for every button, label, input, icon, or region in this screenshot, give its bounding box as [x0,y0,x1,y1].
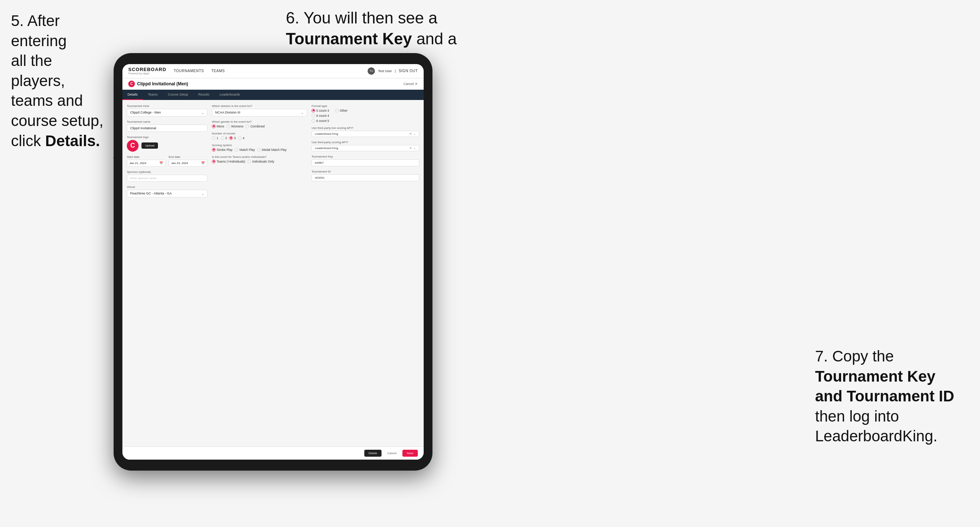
format-columns: 5 count 4 6 count 4 6 count 5 [312,109,419,123]
tab-teams[interactable]: Teams [143,90,163,100]
nav-left: SCOREBOARD Powered by clippd TOURNAMENTS… [128,67,225,75]
annotation-right-text: 7. Copy theTournament Keyand Tournament … [815,348,955,444]
format-5count4[interactable]: 5 count 4 [312,109,329,113]
user-name: Test User [378,69,392,73]
third-party-1-input[interactable]: Leaderboard King ✕ ⌄ [312,131,419,137]
format-6count4-radio[interactable] [312,114,315,117]
division-input[interactable]: NCAA Division III [212,109,307,116]
clear-icon-1[interactable]: ✕ [409,132,412,135]
rounds-3[interactable]: 3 [229,136,235,140]
format-5count4-radio[interactable] [312,109,315,113]
sponsor-input[interactable]: Enter sponsor name [127,175,207,182]
clear-icon-2[interactable]: ✕ [409,146,412,150]
end-date-input[interactable]: Jan 23, 2024 📅 [169,160,207,167]
format-col-left: 5 count 4 6 count 4 6 count 5 [312,109,329,123]
tablet-screen: SCOREBOARD Powered by clippd TOURNAMENTS… [123,64,424,460]
tab-leaderboards[interactable]: Leaderboards [215,90,245,100]
rounds-1-radio[interactable] [212,136,215,140]
rounds-group: Number of rounds 1 2 3 [212,132,307,140]
nav-tournaments[interactable]: TOURNAMENTS [174,69,204,73]
rounds-3-radio[interactable] [229,136,233,140]
gender-group: Which gender is the event for? Mens Wome… [212,120,307,128]
teams-plus-individuals[interactable]: Teams (+Individuals) [212,160,245,163]
scoring-medal-radio[interactable] [257,148,261,152]
teams-radio[interactable] [212,160,215,163]
third-party-2-controls: ✕ ⌄ [409,146,416,150]
top-nav: SCOREBOARD Powered by clippd TOURNAMENTS… [123,64,424,78]
brand-sub: Powered by clippd [128,72,166,75]
tabs-bar: Details Teams Course Setup Results Leade… [123,90,424,100]
tournament-host-label: Tournament Host [127,105,207,108]
teams-group: Is this event for Teams and/or Individua… [212,155,307,163]
tab-details[interactable]: Details [123,90,143,100]
start-date-label: Start date [127,155,165,159]
annotation-left: 5. After enteringall the players,teams a… [11,11,110,151]
end-date-group: End date Jan 23, 2024 📅 [169,155,207,167]
tournament-id-group: Tournament ID 302051 [312,170,419,181]
brand-name: SCOREBOARD [128,67,166,72]
start-date-input[interactable]: Jan 21, 2024 📅 [127,160,165,167]
scoring-radio-group: Stroke Play Match Play Medal Match Play [212,148,307,152]
gender-mens-radio[interactable] [212,124,215,128]
division-label: Which division is the event for? [212,105,307,108]
gender-combined[interactable]: Combined [245,124,265,128]
tournament-logo-group: Tournament logo C Upload [127,135,207,152]
rounds-4-radio[interactable] [238,136,242,140]
tablet-frame: SCOREBOARD Powered by clippd TOURNAMENTS… [114,53,433,471]
format-6count4[interactable]: 6 count 4 [312,114,329,117]
tournament-key-label: Tournament Key [312,155,419,158]
format-other-radio[interactable] [335,109,339,113]
nav-teams[interactable]: TEAMS [211,69,225,73]
upload-button[interactable]: Upload [142,143,158,149]
third-party-2-group: Use third-party scoring API? Leaderboard… [312,141,419,151]
tournament-host-group: Tournament Host Clippd College - Men [127,105,207,116]
chevron-icon-1[interactable]: ⌄ [414,132,416,135]
user-avatar: TU [368,67,375,75]
delete-button[interactable]: Delete [364,450,382,457]
cancel-bottom-button[interactable]: Cancel [385,450,399,457]
calendar-icon-end: 📅 [201,162,205,165]
calendar-icon: 📅 [159,162,163,165]
format-type-group: Format type 5 count 4 6 count 4 [312,105,419,123]
format-col-right: Other [335,109,347,123]
gender-combined-radio[interactable] [245,124,249,128]
scoring-stroke[interactable]: Stroke Play [212,148,232,152]
rounds-2-radio[interactable] [221,136,224,140]
scoring-medal-match[interactable]: Medal Match Play [257,148,287,152]
tournament-name-label: Tournament name [127,120,207,124]
individuals-only[interactable]: Individuals Only [247,160,274,163]
gender-womens-radio[interactable] [226,124,230,128]
third-party-2-input[interactable]: Leaderboard King ✕ ⌄ [312,145,419,151]
rounds-4[interactable]: 4 [238,136,245,140]
format-6count5[interactable]: 6 count 5 [312,119,329,123]
page-title-row: C Clippd Invitational (Men) [128,81,188,87]
bottom-bar: Delete Cancel Save [123,446,424,460]
venue-label: Venue [127,185,207,189]
scoring-label: Scoring system [212,144,307,147]
venue-input[interactable]: Peachtree GC - Atlanta - GA [127,190,207,197]
scoring-match[interactable]: Match Play [235,148,255,152]
start-date-group: Start date Jan 21, 2024 📅 [127,155,165,167]
tournament-name-input[interactable]: Clippd Invitational [127,124,207,132]
sponsor-label: Sponsor (optional) [127,170,207,174]
rounds-1[interactable]: 1 [212,136,218,140]
gender-womens[interactable]: Womens [226,124,243,128]
annotation-right: 7. Copy theTournament Keyand Tournament … [815,346,969,446]
individuals-radio[interactable] [247,160,251,163]
format-6count5-radio[interactable] [312,119,315,123]
main-content: Tournament Host Clippd College - Men Tou… [123,100,424,446]
format-other[interactable]: Other [335,109,347,113]
signout-link[interactable]: Sign out [399,69,418,73]
gender-mens[interactable]: Mens [212,124,224,128]
brand: SCOREBOARD Powered by clippd [128,67,166,75]
tournament-host-input[interactable]: Clippd College - Men [127,109,207,116]
scoring-stroke-radio[interactable] [212,148,215,152]
scoring-match-radio[interactable] [235,148,238,152]
tab-course-setup[interactable]: Course Setup [163,90,193,100]
tab-results[interactable]: Results [193,90,215,100]
rounds-2[interactable]: 2 [221,136,227,140]
cancel-button[interactable]: Cancel ✕ [404,82,418,86]
third-party-1-group: Use third-party live scoring API? Leader… [312,126,419,137]
save-button[interactable]: Save [402,450,418,457]
chevron-icon-2[interactable]: ⌄ [414,146,416,150]
